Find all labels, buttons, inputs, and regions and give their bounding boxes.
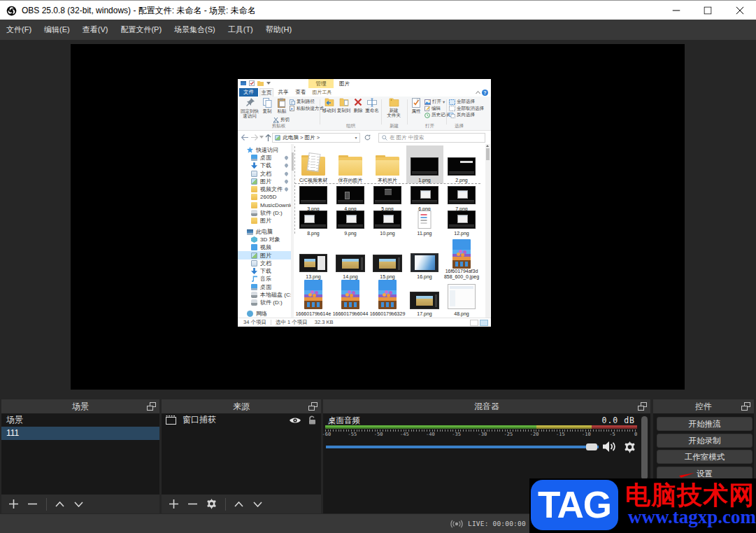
menu-item[interactable]: 查看(V): [76, 20, 115, 40]
source-up-button[interactable]: [232, 498, 245, 511]
maximize-button[interactable]: [692, 1, 723, 20]
back-icon[interactable]: [241, 134, 248, 141]
file-grid-scrollbar[interactable]: [485, 144, 490, 318]
nav-item[interactable]: 此电脑: [238, 227, 291, 235]
move-to-button[interactable]: 移动到: [322, 98, 336, 113]
address-dropdown-icon[interactable]: ▾: [355, 135, 357, 140]
help-icon[interactable]: ?: [482, 90, 488, 96]
unlock-icon[interactable]: [308, 415, 317, 425]
nav-item[interactable]: 音乐: [238, 275, 291, 283]
menu-item[interactable]: 配置文件(P): [114, 20, 168, 40]
source-item[interactable]: 窗口捕获: [162, 413, 321, 427]
address-bar[interactable]: 此电脑 > 图片 > ▾: [272, 133, 360, 143]
delete-button[interactable]: 删除: [352, 98, 364, 113]
nav-item[interactable]: 2605D: [238, 193, 291, 201]
menu-item[interactable]: 编辑(E): [38, 20, 76, 40]
paste-button[interactable]: 粘贴: [275, 98, 289, 113]
mixer-scrollbar[interactable]: [641, 416, 648, 480]
speaker-icon[interactable]: [602, 441, 618, 453]
new-folder-qat-icon[interactable]: [257, 80, 264, 86]
menu-item[interactable]: 场景集合(S): [168, 20, 222, 40]
visibility-eye-icon[interactable]: [289, 416, 301, 425]
search-input[interactable]: 在 图片 中搜索: [378, 133, 485, 143]
remove-source-button[interactable]: [186, 498, 199, 511]
add-scene-button[interactable]: [7, 498, 20, 511]
pin-to-quick-access-button[interactable]: 固定到快速访问: [240, 98, 259, 118]
nav-item[interactable]: 视频文件: [238, 185, 291, 193]
file-item[interactable]: 1.png: [406, 145, 443, 183]
popout-icon[interactable]: [308, 402, 318, 411]
forward-icon[interactable]: [251, 134, 258, 141]
volume-slider-track[interactable]: [326, 446, 599, 448]
close-button[interactable]: [724, 1, 755, 20]
minimize-button[interactable]: [660, 1, 692, 20]
file-item[interactable]: 本机照片: [369, 145, 406, 183]
control-button[interactable]: 开始推流: [657, 417, 753, 431]
source-properties-gear-icon[interactable]: [205, 498, 217, 511]
file-item[interactable]: 16660179b614e: [295, 280, 332, 317]
file-item[interactable]: 16f601794af3d 858_600_0.jpeg: [443, 236, 480, 280]
copy-to-button[interactable]: 复制到: [336, 98, 351, 113]
scene-down-button[interactable]: [72, 498, 85, 511]
add-source-button[interactable]: [167, 498, 180, 511]
mixer-dock-header[interactable]: 混音器: [323, 399, 650, 413]
menu-item[interactable]: 文件(F): [0, 20, 38, 40]
file-item[interactable]: 5.png: [369, 183, 406, 212]
nav-item[interactable]: 软件 (D:): [238, 209, 291, 217]
refresh-icon[interactable]: [364, 134, 371, 141]
sidebar-scrollbar[interactable]: [291, 144, 294, 318]
invert-selection-button[interactable]: 反向选择: [449, 112, 475, 118]
nav-item[interactable]: 桌面: [238, 283, 291, 291]
volume-slider-handle[interactable]: [586, 443, 597, 450]
new-folder-button[interactable]: 新建 文件夹: [383, 98, 404, 118]
file-item[interactable]: 8.png: [295, 212, 332, 236]
file-item[interactable]: 16660179b6329: [369, 280, 406, 317]
scene-up-button[interactable]: [53, 498, 66, 511]
select-all-button[interactable]: 全部选择: [449, 99, 475, 105]
file-item[interactable]: 48.png: [443, 280, 480, 317]
open-button[interactable]: 打开▾: [425, 99, 445, 105]
nav-item[interactable]: 网络: [238, 309, 291, 317]
control-button[interactable]: 工作室模式: [657, 450, 753, 464]
file-item[interactable]: 16.png: [406, 236, 443, 280]
nav-item[interactable]: 图片: [238, 217, 291, 225]
nav-item[interactable]: 文档: [238, 169, 291, 177]
popout-icon[interactable]: [638, 402, 647, 411]
tab-share[interactable]: 共享: [276, 88, 290, 97]
scenes-dock-header[interactable]: 场景: [1, 399, 159, 413]
file-item[interactable]: 12.png: [443, 212, 480, 236]
nav-item[interactable]: 图片: [238, 251, 291, 259]
qat-dropdown-icon[interactable]: [266, 82, 271, 85]
tab-view[interactable]: 查看: [294, 88, 308, 97]
file-item[interactable]: 13.png: [295, 236, 332, 280]
scene-item[interactable]: 场景: [1, 413, 159, 427]
scene-item[interactable]: 111: [1, 427, 159, 440]
sources-dock-header[interactable]: 来源: [162, 399, 321, 413]
paste-shortcut-button[interactable]: 粘贴快捷方式: [290, 106, 324, 112]
menu-item[interactable]: 工具(T): [222, 20, 259, 40]
tab-home[interactable]: 主页: [259, 88, 273, 97]
copy-path-button[interactable]: 复制路径: [290, 99, 315, 105]
file-item[interactable]: 16660179b6044: [332, 280, 369, 317]
details-view-toggle[interactable]: [470, 320, 478, 326]
nav-item[interactable]: 快速访问: [238, 146, 291, 154]
ribbon-collapse-icon[interactable]: [476, 91, 480, 94]
nav-item[interactable]: 桌面: [238, 154, 291, 162]
file-item[interactable]: C/C视频素材: [295, 145, 332, 183]
edit-button[interactable]: 编辑: [425, 106, 441, 112]
select-none-button[interactable]: 全部取消选择: [449, 106, 484, 112]
file-item[interactable]: 14.png: [332, 236, 369, 280]
tab-picture-tools[interactable]: 图片工具: [311, 88, 334, 97]
rename-button[interactable]: 重命名: [364, 98, 380, 113]
popout-icon[interactable]: [147, 402, 156, 411]
nav-item[interactable]: MusicDownload1: [238, 201, 291, 209]
file-item[interactable]: 17.png: [406, 280, 443, 317]
recent-dropdown-icon[interactable]: [259, 136, 264, 138]
file-item[interactable]: 9.png: [332, 212, 369, 236]
nav-item[interactable]: 文档: [238, 260, 291, 267]
source-down-button[interactable]: [251, 498, 264, 511]
file-item[interactable]: 15.png: [369, 236, 406, 280]
nav-item[interactable]: 3D 对象: [238, 236, 291, 243]
tab-file[interactable]: 文件: [239, 88, 258, 97]
file-item[interactable]: 6.png: [406, 183, 443, 212]
